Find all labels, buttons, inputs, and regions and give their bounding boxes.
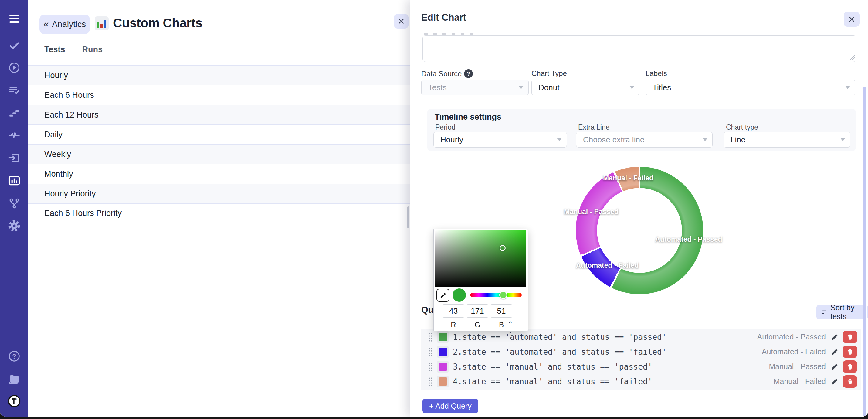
trash-icon	[847, 363, 854, 370]
chart-list-item[interactable]: Each 6 Hours Priority	[28, 203, 410, 223]
back-button-label: Analytics	[52, 20, 86, 29]
edit-pencil-icon[interactable]	[830, 377, 839, 386]
chart-list-item[interactable]: Monthly	[28, 164, 410, 184]
labels-select[interactable]: Titles	[646, 80, 855, 95]
query-list: 1.state == 'automated' and status == 'pa…	[421, 329, 861, 390]
color-swatch-button[interactable]	[437, 331, 448, 343]
color-mode-toggle[interactable]: ⌃⌄	[508, 320, 513, 335]
trash-icon	[847, 334, 854, 340]
chart-title-textarea[interactable]	[423, 35, 857, 62]
timeline-chart-type-label: Chart type	[726, 123, 758, 131]
chart-list-item[interactable]: Weekly	[28, 144, 410, 164]
chart-list-item[interactable]: Daily	[28, 124, 410, 144]
chevron-down-icon	[845, 86, 850, 89]
gear-icon[interactable]	[8, 219, 21, 233]
bar-chart-icon[interactable]	[8, 174, 21, 187]
slice-label-manual-failed: Manual - Failed	[603, 174, 653, 182]
chevron-down-icon	[557, 138, 562, 141]
eyedropper-button[interactable]	[436, 289, 450, 302]
close-icon	[398, 18, 405, 25]
drawer-title: Edit Chart	[421, 12, 466, 23]
green-label: G	[467, 321, 488, 329]
add-query-button[interactable]: + Add Query	[423, 399, 478, 413]
close-drawer-button[interactable]	[844, 11, 860, 27]
chart-list: Hourly Each 6 Hours Each 12 Hours Daily …	[28, 65, 410, 223]
period-select[interactable]: Hourly	[433, 132, 567, 148]
play-circle-icon[interactable]	[8, 61, 21, 74]
custom-charts-panel: « Analytics Custom Charts Tests Runs Hou…	[28, 0, 410, 417]
current-color-swatch	[453, 289, 466, 302]
tab-runs[interactable]: Runs	[82, 45, 103, 54]
chart-type-label: Chart Type	[531, 69, 567, 78]
list-check-icon[interactable]	[8, 84, 21, 97]
chart-list-item[interactable]: Hourly	[28, 65, 410, 85]
drawer-scrollbar-thumb[interactable]	[863, 87, 866, 417]
timeline-chart-type-select[interactable]: Line	[723, 132, 850, 148]
close-icon	[848, 16, 855, 23]
drag-handle-icon[interactable]	[428, 362, 433, 371]
chart-type-select[interactable]: Donut	[531, 80, 640, 95]
query-expression: 1.state == 'automated' and status == 'pa…	[453, 332, 757, 341]
saturation-value-area[interactable]	[435, 231, 526, 287]
donut-chart	[576, 167, 703, 294]
hue-slider-handle[interactable]	[499, 291, 507, 299]
delete-query-button[interactable]	[843, 360, 857, 373]
timeline-settings-card: Timeline settings Period Hourly Extra Li…	[427, 109, 856, 151]
edit-pencil-icon[interactable]	[830, 347, 839, 356]
color-swatch-button[interactable]	[437, 376, 448, 387]
chart-list-item[interactable]: Each 12 Hours	[28, 105, 410, 124]
period-label: Period	[435, 123, 455, 131]
tabs: Tests Runs	[44, 45, 102, 54]
pulse-icon[interactable]	[8, 128, 21, 142]
query-expression: 3.state == 'manual' and status == 'passe…	[453, 362, 769, 371]
sv-cursor[interactable]	[500, 245, 506, 251]
delete-query-button[interactable]	[843, 331, 857, 343]
red-label: R	[443, 321, 464, 329]
delete-query-button[interactable]	[843, 375, 857, 388]
delete-query-button[interactable]	[843, 346, 857, 358]
trash-icon	[847, 349, 854, 355]
sort-by-tests-button[interactable]: Sort by tests	[816, 305, 868, 320]
tab-tests[interactable]: Tests	[44, 45, 65, 54]
query-expression: 4.state == 'manual' and status == 'faile…	[453, 377, 774, 386]
data-source-label: Data Source ?	[421, 69, 473, 78]
chevron-down-icon	[629, 86, 634, 89]
extra-line-select[interactable]: Choose extra line	[576, 132, 713, 148]
back-to-analytics-button[interactable]: « Analytics	[39, 14, 90, 34]
query-label: Manual - Failed	[774, 377, 826, 386]
chevron-down-icon	[519, 86, 524, 89]
drawer-scrollbar[interactable]	[863, 0, 867, 417]
tests-check-icon[interactable]	[8, 39, 21, 52]
drag-handle-icon[interactable]	[428, 347, 433, 357]
drag-handle-icon[interactable]	[428, 377, 433, 387]
sort-icon	[822, 308, 827, 316]
folder-icon[interactable]	[8, 372, 21, 386]
green-input[interactable]	[467, 304, 488, 318]
slice-label-manual-passed: Manual - Passed	[564, 208, 619, 216]
chart-list-item[interactable]: Hourly Priority	[28, 184, 410, 203]
red-input[interactable]	[443, 304, 464, 318]
help-badge-icon[interactable]: ?	[464, 69, 473, 78]
svg-text:?: ?	[12, 353, 16, 360]
testomat-logo[interactable]	[8, 394, 21, 408]
data-source-select[interactable]: Tests	[421, 80, 529, 95]
color-swatch-button[interactable]	[437, 361, 448, 372]
branch-icon[interactable]	[8, 197, 21, 210]
color-picker-popup: R G B ⌃⌄	[433, 229, 528, 331]
steps-icon[interactable]	[8, 106, 21, 120]
query-row: 3.state == 'manual' and status == 'passe…	[421, 359, 861, 374]
import-icon[interactable]	[8, 151, 21, 164]
color-swatch-button[interactable]	[437, 346, 448, 358]
sidebar: ?	[0, 0, 28, 417]
main-scrollbar-thumb[interactable]	[407, 206, 409, 228]
close-panel-button[interactable]	[394, 14, 408, 29]
blue-input[interactable]	[491, 304, 512, 318]
edit-pencil-icon[interactable]	[830, 332, 839, 341]
chart-list-item[interactable]: Each 6 Hours	[28, 85, 410, 105]
drag-handle-icon[interactable]	[428, 332, 433, 342]
menu-icon[interactable]	[8, 12, 21, 26]
page-title: Custom Charts	[113, 16, 203, 30]
hue-slider[interactable]	[470, 293, 522, 297]
edit-pencil-icon[interactable]	[830, 362, 839, 371]
help-icon[interactable]: ?	[8, 350, 21, 363]
